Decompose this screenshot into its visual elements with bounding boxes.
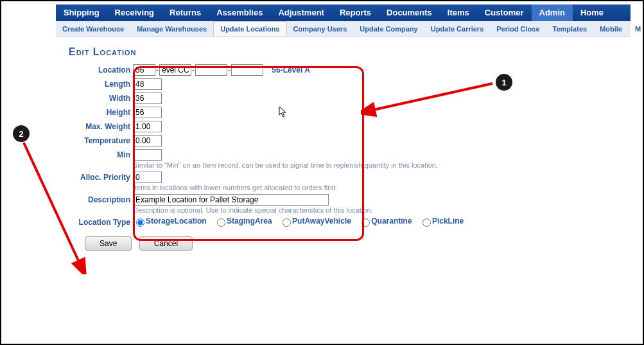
nav-reports[interactable]: Reports	[332, 4, 379, 21]
label-temperature: Temperature	[56, 135, 133, 145]
subnav-templates[interactable]: Templates	[546, 22, 594, 36]
nav-customer[interactable]: Customer	[477, 4, 532, 21]
nav-home[interactable]: Home	[573, 4, 611, 21]
label-description: Description	[56, 194, 133, 204]
nav-items[interactable]: Items	[440, 4, 477, 21]
app-window: Shipping Receiving Returns Assemblies Ad…	[0, 0, 644, 345]
nav-receiving[interactable]: Receiving	[107, 4, 162, 21]
nav-admin[interactable]: Admin	[532, 4, 573, 21]
sub-nav: Create Warehouse Manage Warehouses Updat…	[56, 21, 631, 37]
location-input-4[interactable]	[231, 64, 263, 76]
label-length: Length	[56, 78, 133, 89]
label-location: Location	[56, 64, 133, 75]
subnav-company-users[interactable]: Company Users	[287, 22, 354, 36]
hint-min: Similar to "Min" on an Item record, can …	[133, 161, 643, 169]
height-input[interactable]	[133, 107, 162, 118]
annotation-badge-2: 2	[13, 125, 30, 142]
nav-returns[interactable]: Returns	[162, 4, 209, 21]
max-weight-input[interactable]	[133, 121, 162, 132]
alloc-priority-input[interactable]	[133, 172, 162, 183]
subnav-update-locations[interactable]: Update Locations	[213, 21, 286, 36]
nav-shipping[interactable]: Shipping	[56, 4, 107, 21]
label-width: Width	[56, 93, 133, 103]
hint-alloc: Items in locations with lower numbers ge…	[133, 184, 643, 191]
main-nav: Shipping Receiving Returns Assemblies Ad…	[56, 4, 631, 21]
subnav-update-carriers[interactable]: Update Carriers	[424, 22, 491, 36]
label-location-type: Location Type	[56, 217, 133, 227]
min-input[interactable]	[133, 149, 162, 161]
nav-documents[interactable]: Documents	[379, 4, 440, 21]
radio-quarantine[interactable]: Quarantine	[358, 217, 412, 226]
width-input[interactable]	[133, 93, 162, 104]
radio-storage[interactable]: StorageLocation	[133, 217, 207, 226]
radio-pickline[interactable]: PickLine	[419, 217, 464, 226]
location-input-3[interactable]	[195, 64, 227, 76]
subnav-update-company[interactable]: Update Company	[353, 22, 424, 36]
subnav-create-warehouse[interactable]: Create Warehouse	[56, 22, 130, 36]
subnav-m[interactable]: M	[629, 22, 644, 36]
subnav-period-close[interactable]: Period Close	[490, 22, 546, 36]
subnav-manage-warehouses[interactable]: Manage Warehouses	[130, 22, 213, 36]
subnav-mobile[interactable]: Mobile	[593, 22, 629, 36]
length-input[interactable]	[133, 78, 162, 90]
radio-putaway[interactable]: PutAwayVehicle	[279, 217, 351, 226]
label-alloc-priority: Alloc. Priority	[56, 172, 133, 182]
save-button[interactable]: Save	[85, 236, 132, 251]
radio-staging[interactable]: StagingArea	[214, 217, 272, 226]
location-input-1[interactable]	[133, 64, 155, 76]
location-input-2[interactable]	[159, 64, 191, 76]
label-height: Height	[56, 107, 133, 117]
cancel-button[interactable]: Cancel	[139, 236, 193, 251]
label-min: Min	[56, 149, 133, 159]
hint-desc: Description is optional. Use to indicate…	[133, 206, 643, 214]
location-display: 56-Level A	[272, 66, 310, 75]
form-area: Location --- 56-Level A Length Width Hei…	[56, 64, 643, 251]
description-input[interactable]	[133, 194, 329, 206]
temperature-input[interactable]	[133, 135, 162, 146]
page-title: Edit Location	[69, 46, 643, 58]
label-max-weight: Max. Weight	[56, 121, 133, 131]
nav-adjustment[interactable]: Adjustment	[270, 4, 332, 21]
nav-assemblies[interactable]: Assemblies	[209, 4, 270, 21]
